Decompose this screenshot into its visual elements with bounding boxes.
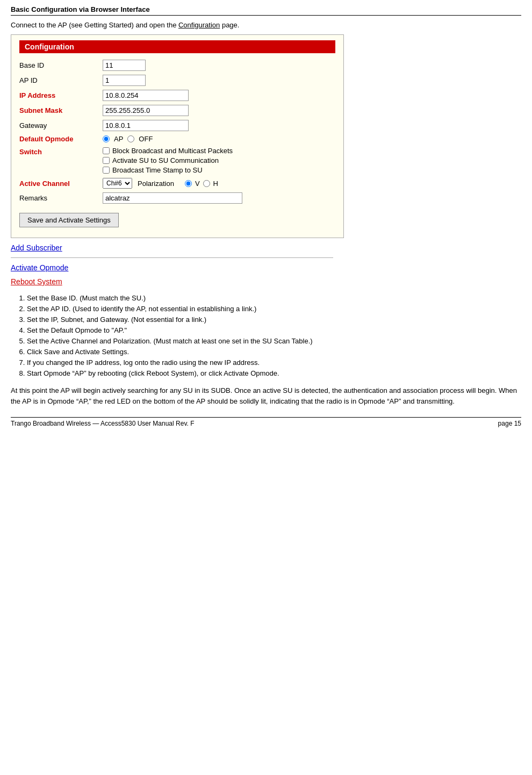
subnet-mask-row: Subnet Mask — [19, 105, 335, 116]
switch-checkbox-3[interactable] — [103, 167, 110, 174]
remarks-row: Remarks — [19, 192, 335, 204]
opmode-label: Default Opmode — [19, 135, 103, 143]
page-title: Basic Configuration via Browser Interfac… — [11, 5, 521, 16]
switch-label: Switch — [19, 147, 103, 156]
page-footer: Trango Broadband Wireless — Access5830 U… — [11, 417, 521, 427]
step-item-3: Set the IP, Subnet, and Gateway. (Not es… — [27, 315, 521, 324]
ip-address-input[interactable] — [103, 90, 189, 101]
channel-content: Ch#6 Ch#1 Ch#2 Ch#3 Ch#4 Ch#5 Polarizati… — [103, 178, 218, 189]
config-panel-title: Configuration — [19, 40, 335, 53]
intro-paragraph: Connect to the AP (see Getting Started) … — [11, 21, 521, 29]
remarks-input[interactable] — [103, 192, 242, 204]
ap-id-label: AP ID — [19, 76, 103, 84]
step-item-7: If you changed the IP address, log onto … — [27, 358, 521, 367]
subnet-mask-label: Subnet Mask — [19, 106, 103, 114]
gateway-label: Gateway — [19, 121, 103, 130]
step-item-1: Set the Base ID. (Must match the SU.) — [27, 294, 521, 302]
polarization-v-radio[interactable] — [185, 180, 192, 187]
step-item-2: Set the AP ID. (Used to identify the AP,… — [27, 305, 521, 313]
ap-id-row: AP ID — [19, 75, 335, 86]
switch-option-1-label: Block Broadcast and Multicast Packets — [112, 147, 233, 155]
steps-list: Set the Base ID. (Must match the SU.)Set… — [27, 294, 521, 377]
switch-option-2-label: Activate SU to SU Communication — [112, 156, 219, 164]
polarization-v-label: V — [195, 180, 200, 188]
gateway-input[interactable] — [103, 120, 189, 131]
configuration-link[interactable]: Configuration — [178, 21, 220, 29]
opmode-off-label: OFF — [139, 135, 153, 143]
config-panel: Configuration Base ID AP ID IP Address S… — [11, 34, 344, 238]
divider-1 — [11, 257, 333, 258]
channel-select[interactable]: Ch#6 Ch#1 Ch#2 Ch#3 Ch#4 Ch#5 — [103, 178, 132, 189]
intro-text-before: Connect to the AP (see Getting Started) … — [11, 21, 178, 29]
switch-options: Block Broadcast and Multicast Packets Ac… — [103, 147, 233, 174]
polarization-label: Polarization — [138, 180, 174, 188]
save-activate-button[interactable]: Save and Activate Settings — [19, 213, 119, 227]
ip-address-label: IP Address — [19, 91, 103, 99]
subnet-mask-input[interactable] — [103, 105, 189, 116]
footer-paragraph: At this point the AP will begin actively… — [11, 385, 521, 406]
activate-opmode-link[interactable]: Activate Opmode — [11, 263, 521, 272]
polarization-group: V H — [185, 180, 218, 188]
base-id-input[interactable] — [103, 60, 146, 71]
add-subscriber-link[interactable]: Add Subscriber — [11, 243, 521, 252]
base-id-row: Base ID — [19, 60, 335, 71]
switch-option-3: Broadcast Time Stamp to SU — [103, 166, 233, 174]
step-item-4: Set the Default Opmode to "AP." — [27, 326, 521, 334]
switch-option-3-label: Broadcast Time Stamp to SU — [112, 166, 203, 174]
switch-option-1: Block Broadcast and Multicast Packets — [103, 147, 233, 155]
ip-address-row: IP Address — [19, 90, 335, 101]
active-channel-label: Active Channel — [19, 180, 103, 188]
base-id-label: Base ID — [19, 61, 103, 69]
footer-right: page 15 — [498, 420, 521, 427]
switch-section: Switch Block Broadcast and Multicast Pac… — [19, 147, 335, 174]
step-item-8: Start Opmode “AP” by rebooting (click Re… — [27, 369, 521, 377]
polarization-h-label: H — [213, 180, 218, 188]
ap-id-input[interactable] — [103, 75, 146, 86]
switch-checkbox-1[interactable] — [103, 147, 110, 154]
reboot-system-link[interactable]: Reboot System — [11, 277, 521, 286]
gateway-row: Gateway — [19, 120, 335, 131]
opmode-row: Default Opmode AP OFF — [19, 135, 335, 143]
intro-text-after: page. — [220, 21, 239, 29]
switch-option-2: Activate SU to SU Communication — [103, 156, 233, 164]
remarks-label: Remarks — [19, 194, 103, 202]
opmode-off-radio[interactable] — [127, 135, 134, 142]
footer-left: Trango Broadband Wireless — Access5830 U… — [11, 420, 194, 427]
polarization-h-radio[interactable] — [203, 180, 210, 187]
step-item-6: Click Save and Activate Settings. — [27, 348, 521, 356]
opmode-ap-radio[interactable] — [103, 135, 110, 142]
step-item-5: Set the Active Channel and Polarization.… — [27, 337, 521, 345]
opmode-options: AP OFF — [103, 135, 153, 143]
opmode-ap-label: AP — [114, 135, 123, 143]
active-channel-row: Active Channel Ch#6 Ch#1 Ch#2 Ch#3 Ch#4 … — [19, 178, 335, 189]
switch-checkbox-2[interactable] — [103, 157, 110, 164]
